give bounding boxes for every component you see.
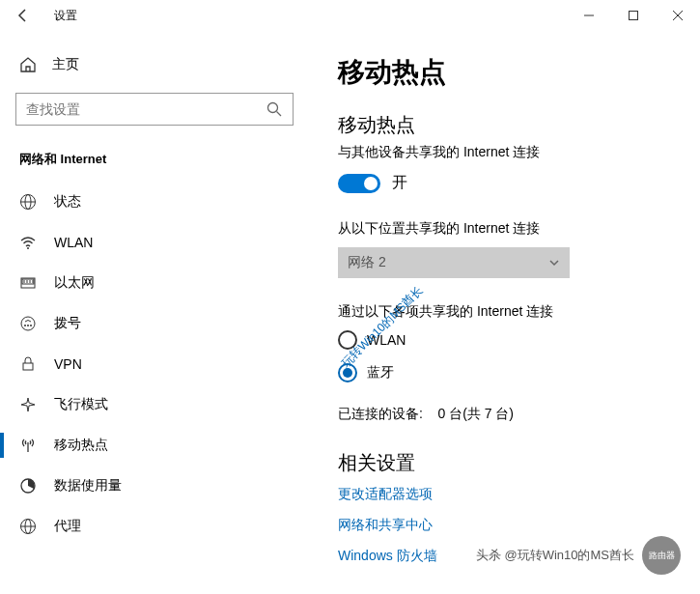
- sidebar-item-datausage[interactable]: 数据使用量: [15, 466, 294, 506]
- radio-bluetooth[interactable]: 蓝牙: [338, 363, 671, 382]
- wifi-icon: [19, 234, 37, 251]
- chevron-down-icon: [548, 257, 560, 269]
- category-header: 网络和 Internet: [15, 143, 294, 182]
- sidebar-item-label: 拨号: [54, 315, 81, 332]
- hotspot-section-title: 移动热点: [338, 112, 671, 138]
- search-input[interactable]: [26, 101, 266, 117]
- close-icon: [673, 11, 683, 20]
- datausage-icon: [19, 477, 37, 495]
- sidebar-item-ethernet[interactable]: 以太网: [15, 263, 294, 303]
- svg-point-9: [27, 247, 29, 249]
- dropdown-value: 网络 2: [348, 254, 386, 271]
- sidebar-item-status[interactable]: 状态: [15, 182, 294, 222]
- home-icon: [19, 56, 37, 73]
- svg-point-17: [24, 325, 26, 326]
- svg-point-18: [27, 325, 29, 326]
- app-title: 设置: [54, 8, 77, 24]
- svg-rect-20: [23, 363, 33, 370]
- sidebar-item-label: 代理: [54, 518, 81, 535]
- sidebar-item-wlan[interactable]: WLAN: [15, 222, 294, 263]
- sidebar-item-label: 移动热点: [54, 437, 108, 454]
- radio-wlan[interactable]: WLAN: [338, 330, 671, 350]
- page-title: 移动热点: [338, 54, 671, 91]
- vpn-icon: [19, 355, 37, 373]
- sidebar-item-label: VPN: [54, 356, 82, 372]
- sidebar-item-label: 以太网: [54, 274, 95, 292]
- minimize-button[interactable]: [567, 0, 611, 31]
- share-from-label: 从以下位置共享我的 Internet 连接: [338, 220, 671, 238]
- maximize-icon: [629, 11, 638, 20]
- link-firewall[interactable]: Windows 防火墙: [338, 548, 671, 565]
- sidebar-item-hotspot[interactable]: 移动热点: [15, 425, 294, 466]
- svg-point-4: [268, 103, 278, 113]
- dialup-icon: [19, 315, 37, 332]
- radio-label: WLAN: [367, 332, 406, 348]
- radio-button-icon: [338, 330, 357, 350]
- link-adapter-options[interactable]: 更改适配器选项: [338, 486, 671, 503]
- search-box[interactable]: [15, 93, 294, 126]
- sidebar-item-label: 状态: [54, 193, 81, 211]
- sidebar-item-proxy[interactable]: 代理: [15, 506, 294, 547]
- toggle-label: 开: [392, 173, 407, 193]
- radio-label: 蓝牙: [367, 364, 394, 382]
- ethernet-icon: [19, 274, 37, 292]
- proxy-icon: [19, 518, 37, 535]
- close-button[interactable]: [656, 0, 700, 31]
- hotspot-desc: 与其他设备共享我的 Internet 连接: [338, 144, 671, 161]
- svg-point-16: [21, 317, 35, 330]
- sidebar-item-dialup[interactable]: 拨号: [15, 303, 294, 344]
- connected-devices: 已连接的设备: 0 台(共 7 台): [338, 406, 671, 423]
- globe-icon: [19, 193, 37, 211]
- titlebar: 设置: [0, 0, 700, 31]
- sidebar-item-label: 数据使用量: [54, 477, 122, 495]
- related-settings-title: 相关设置: [338, 450, 671, 476]
- hotspot-toggle[interactable]: [338, 174, 380, 193]
- hotspot-icon: [19, 437, 37, 454]
- search-icon: [266, 100, 283, 118]
- sidebar: 主页 网络和 Internet 状态 WLAN 以太网 拨号 VPN: [0, 31, 309, 594]
- sidebar-item-vpn[interactable]: VPN: [15, 344, 294, 384]
- airplane-icon: [19, 396, 37, 413]
- sidebar-item-label: WLAN: [54, 235, 93, 250]
- sidebar-item-label: 飞行模式: [54, 396, 108, 413]
- radio-button-icon: [338, 363, 357, 382]
- svg-line-5: [277, 112, 282, 117]
- share-from-dropdown[interactable]: 网络 2: [338, 247, 570, 278]
- svg-rect-1: [630, 12, 638, 20]
- maximize-button[interactable]: [611, 0, 656, 31]
- share-via-label: 通过以下各项共享我的 Internet 连接: [338, 303, 671, 321]
- home-button[interactable]: 主页: [15, 46, 294, 83]
- content-pane: 移动热点 移动热点 与其他设备共享我的 Internet 连接 开 从以下位置共…: [309, 31, 700, 594]
- sidebar-item-airplane[interactable]: 飞行模式: [15, 384, 294, 425]
- home-label: 主页: [52, 56, 79, 73]
- svg-point-19: [30, 325, 32, 326]
- link-network-sharing[interactable]: 网络和共享中心: [338, 517, 671, 534]
- minimize-icon: [584, 11, 594, 20]
- arrow-left-icon: [15, 8, 31, 23]
- back-button[interactable]: [0, 0, 46, 31]
